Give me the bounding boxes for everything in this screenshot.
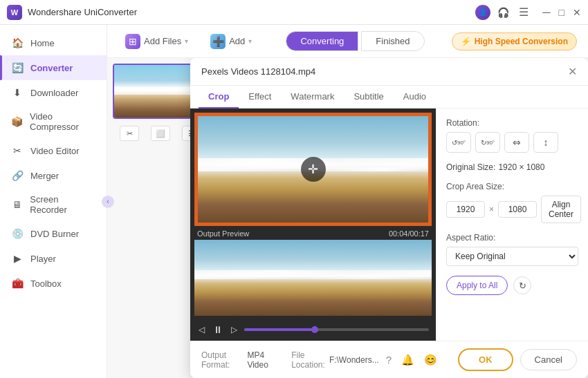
player-icon: ▶ (11, 252, 24, 265)
tab-effect[interactable]: Effect (239, 86, 281, 108)
aspect-ratio-select[interactable]: Keep Original 16:9 4:3 1:1 9:16 (446, 247, 578, 266)
next-button[interactable]: ▷ (230, 323, 239, 336)
add-button[interactable]: ➕ Add ▾ (203, 30, 259, 53)
add-files-arrow: ▾ (185, 37, 188, 45)
output-format-label: Output Format: (201, 350, 243, 370)
output-preview-bar: Output Preview 00:04/00:17 (190, 227, 436, 240)
menu-icon[interactable]: ☰ (519, 6, 529, 19)
original-size-value: 1920 × 1080 (498, 162, 544, 172)
file-location-value: F:\Wonders... (329, 355, 379, 365)
crop-width-input[interactable] (446, 201, 485, 218)
modal-footer: Output Format: MP4 Video File Location: … (190, 341, 588, 378)
sidebar-item-screen-recorder[interactable]: 🖥 Screen Recorder (0, 188, 107, 221)
refresh-button[interactable]: ↻ (513, 276, 531, 294)
crop-modal: Pexels Videos 1128104.mp4 ✕ Crop Effect … (190, 58, 588, 378)
finished-tab[interactable]: Finished (361, 31, 424, 51)
video-timestamp: 00:04/00:17 (389, 229, 429, 238)
modal-tabs: Crop Effect Watermark Subtitle Audio (190, 86, 588, 108)
tab-watermark[interactable]: Watermark (281, 86, 344, 108)
add-arrow: ▾ (248, 37, 252, 45)
sidebar-item-converter[interactable]: 🔄 Converter (0, 55, 107, 80)
user-avatar-icon[interactable]: 👤 (475, 5, 490, 20)
rotation-label: Rotation: (446, 118, 578, 128)
app-title: Wondershare UniConverter (28, 7, 475, 17)
high-speed-badge[interactable]: ⚡ High Speed Conversion (452, 32, 577, 50)
aspect-ratio-label: Aspect Ratio: (446, 233, 578, 243)
tab-crop[interactable]: Crop (199, 86, 239, 108)
window-controls: 👤 🎧 ☰ ─ □ ✕ (475, 5, 581, 20)
output-preview (194, 240, 432, 316)
output-format-info: Output Format: MP4 Video (201, 350, 277, 370)
crop-preview: ✛ (194, 113, 432, 226)
crop-x-separator: × (489, 205, 494, 214)
app-logo: W (7, 5, 22, 20)
rotate-ccw-button[interactable]: ↺90° (446, 132, 471, 153)
progress-bar[interactable] (244, 328, 429, 331)
editor-icon: ✂ (11, 144, 24, 157)
toolbar: ⊞ Add Files ▾ ➕ Add ▾ Converting Finishe… (107, 25, 588, 58)
rotate-cw-button[interactable]: ↻90° (475, 132, 500, 153)
crop-thumb-button[interactable]: ⬜ (151, 126, 170, 141)
add-icon: ➕ (210, 34, 226, 49)
file-location-label: File Location: (291, 350, 325, 370)
sidebar-item-merger[interactable]: 🔗 Merger (0, 163, 107, 188)
crop-size-row: × Align Center (446, 196, 578, 223)
add-files-icon: ⊞ (125, 34, 140, 49)
downloader-icon: ⬇ (11, 86, 24, 99)
modal-body: ✛ Output Preview 00:04/00:17 (190, 108, 588, 341)
compressor-icon: 📦 (11, 115, 23, 128)
recorder-icon: 🖥 (11, 198, 23, 211)
progress-fill (244, 328, 318, 331)
sidebar-item-home[interactable]: 🏠 Home (0, 30, 107, 55)
modal-close-button[interactable]: ✕ (568, 65, 577, 78)
sidebar-item-toolbox[interactable]: 🧰 Toolbox (0, 271, 107, 296)
sidebar-item-video-editor[interactable]: ✂ Video Editor (0, 138, 107, 163)
original-size-section: Original Size: 1920 × 1080 (446, 162, 578, 172)
notification-icon[interactable]: 🔔 (401, 354, 414, 366)
crop-area-section: Crop Area Size: × Align Center (446, 182, 578, 223)
apply-all-button[interactable]: Apply to All (446, 276, 508, 295)
rotation-buttons: ↺90° ↻90° ⇔ ↕ (446, 132, 578, 153)
maximize-button[interactable]: □ (559, 7, 564, 18)
modal-header: Pexels Videos 1128104.mp4 ✕ (190, 58, 588, 86)
settings-icon[interactable]: 😊 (424, 354, 437, 366)
minimize-button[interactable]: ─ (542, 6, 550, 19)
headset-icon[interactable]: 🎧 (497, 7, 509, 18)
move-cursor-icon: ✛ (301, 157, 326, 182)
ok-button[interactable]: OK (458, 348, 513, 371)
modal-title: Pexels Videos 1128104.mp4 (201, 66, 315, 77)
sidebar-item-downloader[interactable]: ⬇ Downloader (0, 80, 107, 105)
converter-icon: 🔄 (11, 62, 24, 74)
original-size-label: Original Size: (446, 162, 495, 172)
tab-audio[interactable]: Audio (394, 86, 436, 108)
home-icon: 🏠 (11, 37, 24, 49)
toolbox-icon: 🧰 (11, 277, 24, 290)
apply-section: Apply to All ↻ (446, 276, 578, 295)
sidebar-item-player[interactable]: ▶ Player (0, 246, 107, 271)
lightning-icon: ⚡ (461, 37, 471, 46)
crop-height-input[interactable] (498, 201, 537, 218)
prev-button[interactable]: ◁ (197, 323, 206, 336)
video-controls: ◁ ⏸ ▷ (190, 319, 436, 341)
cut-button[interactable]: ✂ (120, 126, 139, 141)
flip-vertical-button[interactable]: ↕ (533, 132, 558, 153)
sidebar-item-dvd-burner[interactable]: 💿 DVD Burner (0, 221, 107, 246)
sidebar-collapse-button[interactable]: ‹ (102, 196, 114, 208)
flip-horizontal-button[interactable]: ⇔ (504, 132, 529, 153)
tab-subtitle[interactable]: Subtitle (344, 86, 393, 108)
content-area: ⊞ Add Files ▾ ➕ Add ▾ Converting Finishe… (107, 25, 588, 378)
add-files-button[interactable]: ⊞ Add Files ▾ (118, 30, 195, 53)
help-icon[interactable]: ? (386, 354, 392, 366)
sidebar-item-video-compressor[interactable]: 📦 Video Compressor (0, 105, 107, 138)
cancel-button[interactable]: Cancel (520, 349, 577, 370)
play-pause-button[interactable]: ⏸ (212, 323, 224, 337)
progress-thumb (311, 326, 318, 333)
converting-tab[interactable]: Converting (286, 31, 358, 51)
crop-area-label: Crop Area Size: (446, 182, 578, 191)
aspect-ratio-section: Aspect Ratio: Keep Original 16:9 4:3 1:1… (446, 233, 578, 266)
close-button[interactable]: ✕ (573, 7, 581, 18)
output-preview-label: Output Preview (197, 229, 249, 238)
title-bar: W Wondershare UniConverter 👤 🎧 ☰ ─ □ ✕ (0, 0, 588, 25)
rotation-section: Rotation: ↺90° ↻90° ⇔ ↕ (446, 118, 578, 153)
align-center-button[interactable]: Align Center (541, 196, 581, 223)
